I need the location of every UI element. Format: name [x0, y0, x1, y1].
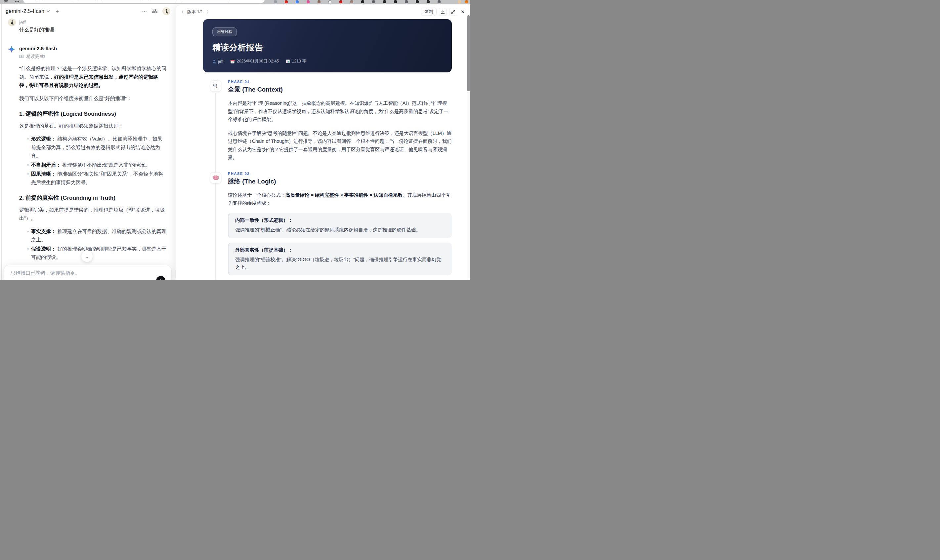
extension-icon[interactable]: [285, 0, 288, 3]
browser-avatar[interactable]: [458, 0, 461, 4]
bullet-term: 形式逻辑：: [31, 136, 56, 142]
extension-icon[interactable]: [350, 0, 353, 3]
extension-icon[interactable]: [394, 0, 397, 3]
bullet-term: 假设透明：: [31, 246, 56, 252]
new-chat-button[interactable]: ＋: [55, 8, 60, 15]
expand-icon[interactable]: [449, 8, 457, 16]
user-message-text: 什么是好的推理: [19, 27, 167, 33]
chat-transcript[interactable]: jeff 什么是好的推理 gemini-2.5-flash: [0, 17, 176, 280]
version-next-button[interactable]: 〉: [207, 9, 211, 15]
more-menu-button[interactable]: ⋯: [142, 8, 147, 14]
extension-icon[interactable]: [383, 0, 386, 3]
download-icon[interactable]: [439, 8, 447, 16]
report-author: jeff: [212, 59, 223, 64]
brain-icon: [210, 172, 221, 183]
phase-paragraphs: 本内容是对“推理 (Reasoning)”这一抽象概念的高层建模。在知识爆炸与人…: [228, 99, 452, 162]
report-datetime: 17 2026年01月08日 02:45: [231, 58, 279, 64]
model-selector[interactable]: gemini-2.5-flash: [6, 8, 44, 14]
report-word-count: 1213 字: [286, 58, 306, 64]
answer-section: 2. 前提的真实性 (Grounding in Truth) 逻辑再完美，如果前…: [19, 194, 167, 262]
report-badge: 思维过程: [212, 28, 237, 36]
close-icon[interactable]: ✕: [459, 8, 466, 16]
report-phase: PHASE 01 全景 (The Context) 本内容是对“推理 (Reas…: [203, 80, 452, 162]
version-label: 版本 1/1: [187, 9, 203, 15]
assistant-name: gemini-2.5-flash: [19, 45, 167, 51]
version-prev-button[interactable]: 〈: [180, 9, 183, 15]
phase-cards: 内部一致性（形式逻辑）： 强调推理的“机械正确”。结论必须在给定的规则系统内逻辑…: [228, 213, 452, 280]
bullet-item: 形式逻辑： 结构必须有效（Valid）。比如演绎推理中，如果前提全部为真，那么通…: [19, 135, 167, 160]
dimension-card: 主体伦理（认识美德）： 转向推理者的心理特征。引入奥卡姆剃刀和反向论证，旨在克服…: [228, 280, 452, 280]
scroll-to-bottom-button[interactable]: ↓: [81, 250, 93, 262]
extension-icon[interactable]: [405, 0, 408, 3]
bullet-term: 不自相矛盾：: [31, 162, 61, 168]
assistant-message: gemini-2.5-flash 精读完成! “什么是好的推理？”这是一个涉及逻…: [8, 45, 167, 280]
phase-label: PHASE 01: [228, 80, 452, 84]
apps-grid-icon[interactable]: [15, 1, 19, 3]
extension-icon[interactable]: [296, 0, 299, 3]
extension-icon[interactable]: [372, 0, 375, 3]
dimension-card: 内部一致性（形式逻辑）： 强调推理的“机械正确”。结论必须在给定的规则系统内逻辑…: [228, 213, 452, 238]
browser-profile-icon[interactable]: [4, 0, 8, 2]
user-message: jeff 什么是好的推理: [8, 18, 167, 33]
extension-icon[interactable]: [361, 0, 364, 3]
report-panel: 〈 版本 1/1 〉 复制 ✕: [176, 5, 470, 280]
section-heading: 1. 逻辑的严密性 (Logical Soundness): [19, 110, 167, 118]
card-title: 内部一致性（形式逻辑）：: [235, 217, 446, 223]
answer-sections: 1. 逻辑的严密性 (Logical Soundness) 这是推理的基石。好的…: [19, 110, 167, 280]
bullet-text: 推理链条中不能出现“既是又非”的情况。: [62, 162, 150, 168]
phase-paragraphs: 该论述基于一个核心公式：高质量结论 = 结构完整性 × 事实准确性 × 认知自律…: [228, 191, 452, 207]
version-navigator: 〈 版本 1/1 〉: [180, 9, 211, 15]
extension-icon[interactable]: [465, 0, 468, 3]
assistant-status-text: 精读完成!: [26, 54, 45, 60]
scrollbar-track[interactable]: [467, 15, 470, 280]
chevron-down-icon[interactable]: [47, 10, 50, 12]
person-icon: [212, 60, 216, 63]
section-desc: 逻辑再完美，如果前提是错误的，推理也是垃圾（即“垃圾进，垃圾出”）。: [19, 206, 167, 223]
extension-icon[interactable]: [274, 0, 277, 3]
extension-icon[interactable]: [416, 0, 419, 3]
book-icon: [19, 55, 24, 58]
settings-sliders-icon[interactable]: [152, 9, 157, 14]
phase-paragraph: 核心情境在于解决“思考的随意性”问题。不论是人类通过批判性思维进行决策，还是大语…: [228, 129, 452, 162]
message-composer[interactable]: 思维接口已就绪，请传输指令。 ＋: [4, 265, 172, 280]
app-window: gemini-2.5-flash ＋ ⋯: [0, 0, 470, 280]
svg-text:17: 17: [231, 61, 234, 63]
bar-chart-icon: [286, 60, 290, 63]
intro-paragraph: “什么是好的推理？”这是一个涉及逻辑学、认知科学和哲学核心的问题。简单来说，好的…: [19, 64, 167, 89]
composer-placeholder[interactable]: 思维接口已就绪，请传输指令。: [11, 270, 165, 276]
report-title: 精读分析报告: [212, 42, 442, 53]
card-body: 强调推理的“机械正确”。结论必须在给定的规则系统内逻辑自洽，这是推理的硬件基础。: [235, 226, 446, 234]
extension-icon[interactable]: [317, 0, 321, 3]
chat-header: gemini-2.5-flash ＋ ⋯: [0, 4, 176, 17]
bullet-term: 事实支撑：: [31, 228, 56, 234]
section-heading: 2. 前提的真实性 (Grounding in Truth): [19, 194, 167, 202]
report-toolbar: 〈 版本 1/1 〉 复制 ✕: [176, 5, 470, 17]
section-bullets: 形式逻辑： 结构必须有效（Valid）。比如演绎推理中，如果前提全部为真，那么通…: [19, 135, 167, 186]
phase-paragraph: 本内容是对“推理 (Reasoning)”这一抽象概念的高层建模。在知识爆炸与人…: [228, 99, 452, 124]
scrollbar-thumb[interactable]: [467, 15, 470, 91]
report-meta: jeff 17 2026年01月08日 02:45 1213 字: [212, 58, 442, 64]
chat-panel: gemini-2.5-flash ＋ ⋯: [0, 4, 176, 280]
extension-icon[interactable]: [328, 0, 331, 3]
address-bar[interactable]: [23, 0, 265, 3]
assistant-status: 精读完成!: [19, 54, 167, 60]
bullet-item: 因果清晰： 能准确区分“相关性”和“因果关系”，不会轻率地将先后发生的事情归为因…: [19, 169, 167, 186]
bullet-item: 事实支撑： 推理建立在可靠的数据、准确的观测或公认的真理之上。: [19, 227, 167, 244]
arrow-down-icon: ↓: [86, 253, 88, 259]
bullet-term: 因果清晰：: [31, 171, 56, 177]
bullet-item: 不自相矛盾： 推理链条中不能出现“既是又非”的情况。: [19, 161, 167, 169]
phase-paragraph: 该论述基于一个核心公式：高质量结论 = 结构完整性 × 事实准确性 × 认知自律…: [228, 191, 452, 207]
browser-toolbar: [0, 0, 470, 4]
voice-waveform-button[interactable]: [156, 276, 165, 280]
extension-icon[interactable]: [339, 0, 342, 3]
extension-icon[interactable]: [427, 0, 430, 3]
phase-label: PHASE 02: [228, 172, 452, 175]
report-scroll-area[interactable]: 思维过程 精读分析报告 jeff 17 2026年01月08日 02:45: [176, 17, 467, 280]
report-phase: PHASE 02 脉络 (The Logic) 该论述基于一个核心公式：高质量结…: [203, 172, 452, 280]
extension-icon[interactable]: [307, 0, 310, 3]
extension-icon[interactable]: [438, 0, 441, 3]
user-avatar[interactable]: [162, 7, 170, 15]
copy-button[interactable]: 复制: [421, 8, 437, 16]
user-name: jeff: [19, 18, 167, 25]
phase-title: 脉络 (The Logic): [228, 177, 452, 186]
